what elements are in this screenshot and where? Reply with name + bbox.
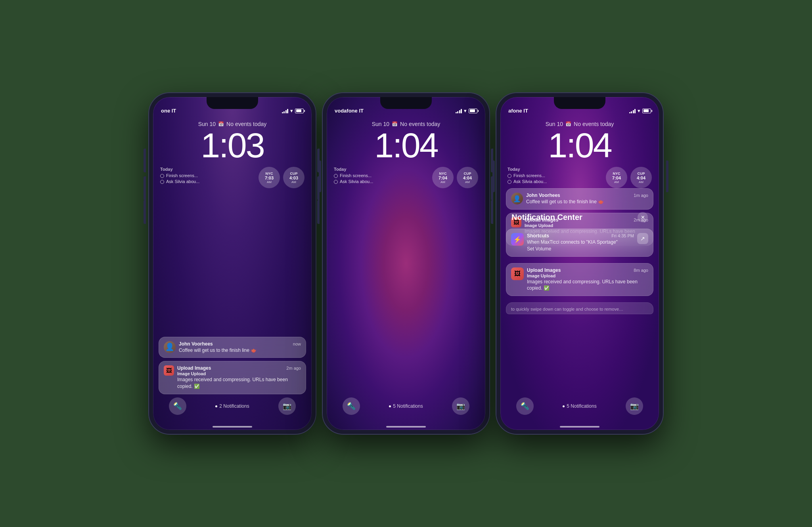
notification-center-close-3[interactable]: ✕ (638, 212, 648, 222)
carrier-1: one IT (161, 108, 176, 114)
today-label-3: Today (508, 167, 603, 172)
notif-upload-center-3[interactable]: 🖼 Upload Images 8m ago Image Upload Imag… (506, 263, 653, 296)
notif-john-sender-1: John Voorhees (179, 341, 213, 347)
upload-icon-center-3: 🖼 (511, 267, 524, 280)
time-3: 1:04 (548, 128, 611, 163)
nyc-city-label-3: NYC (613, 172, 620, 176)
notifications-count-3: 5 Notifications (563, 403, 596, 409)
notif-upload-app-1: Upload Images (177, 365, 211, 371)
status-icons-3: ▾ (629, 108, 651, 114)
notif-upload-subtitle-1: Image Upload (177, 371, 301, 376)
notif-upload-center-app-3: Upload Images (527, 267, 561, 273)
cup-city-label-1: CUP (290, 172, 297, 176)
reminder-circle-2-2 (334, 180, 338, 184)
reminder-circle-1 (160, 174, 164, 178)
flashlight-button-2[interactable]: 🔦 (343, 397, 360, 415)
notification-center-title-3: Notification Center (511, 213, 582, 222)
notif-john-time-1: now (293, 342, 301, 346)
home-indicator-1 (213, 426, 252, 428)
signal-icon-1 (282, 109, 289, 113)
nyc-time-3: 7:04 (612, 176, 621, 180)
notif-john-3[interactable]: 👤 John Voorhees 1m ago Coffee will get u… (506, 188, 653, 210)
notch-3 (554, 97, 605, 109)
nyc-clock-2: NYC 7:04 AM (432, 167, 454, 188)
notif-upload-content-1: Upload Images 2m ago Image Upload Images… (177, 365, 301, 390)
notification-center-3: Notification Center ✕ ⚡ Shortcuts Fri 4:… (500, 212, 659, 394)
dot-indicator-2 (389, 405, 391, 407)
upload-img-glyph-1: 🖼 (166, 367, 172, 374)
today-label-1: Today (160, 167, 255, 172)
lock-content-2: Sun 10 📅 No events today 1:04 Today Fini… (327, 116, 485, 430)
nyc-ampm-1: AM (267, 180, 272, 184)
cup-time-3: 4:04 (637, 176, 645, 180)
wifi-icon-1: ▾ (290, 108, 293, 114)
status-icons-2: ▾ (456, 108, 478, 114)
notif-shortcuts-time-3: Fri 4:35 PM (611, 233, 634, 238)
phone-2: vodafone IT ▾ Sun 10 (323, 93, 489, 434)
notif-john-1[interactable]: 👤 John Voorhees now Coffee will get us t… (159, 337, 306, 358)
notif-john-content-1: John Voorhees now Coffee will get us to … (179, 341, 301, 354)
battery-icon-2 (469, 109, 477, 113)
phone-1: one IT ▾ Sun 10 (149, 93, 316, 434)
reminder-circle-2-1 (334, 174, 338, 178)
cup-ampm-1: AM (291, 180, 296, 184)
bottom-bar-3: 🔦 5 Notifications 📷 (500, 394, 659, 430)
cup-time-2: 4:04 (463, 176, 472, 180)
notif-shortcuts-content-3: Shortcuts Fri 4:35 PM When MaxTicci conn… (527, 233, 634, 252)
notif-upload-body-1: Images received and compressing. URLs ha… (177, 376, 301, 390)
nyc-clock-1: NYC 7:03 AM (259, 167, 280, 188)
nyc-clock-3: NYC 7:04 AM (606, 167, 627, 188)
flashlight-button-1[interactable]: 🔦 (169, 397, 186, 415)
notif-upload-center-body-3: Images received and compressing. URLs ha… (527, 279, 648, 292)
camera-button-1[interactable]: 📷 (278, 397, 296, 415)
widgets-row-1: Today Finish screens... Ask Silvia abou.… (153, 167, 312, 188)
widgets-row-2: Today Finish screens... Ask Silvia abou.… (327, 167, 485, 188)
notif-john-body-1: Coffee will get us to the finish line 🫖 (179, 347, 301, 354)
notif-shortcuts-body-3: When MaxTicci connects to "KIA Sportage"… (527, 239, 634, 252)
phone-3: afone IT ▾ Sun 10 � (496, 93, 663, 434)
reminder-1-1: Finish screens... (160, 173, 255, 179)
camera-button-2[interactable]: 📷 (452, 397, 469, 415)
reminders-widget-3: Today Finish screens... Ask Silvia abou.… (508, 167, 603, 185)
battery-icon-1 (295, 109, 304, 113)
reminder-3-2: Ask Silvia abou... (508, 179, 603, 185)
time-1: 1:03 (201, 128, 264, 163)
signal-icon-2 (456, 109, 462, 113)
notif-upload-1[interactable]: 🖼 Upload Images 2m ago Image Upload Imag… (159, 361, 306, 394)
notif-john-body-3: Coffee will get us to the finish line 🫖 (526, 199, 648, 205)
time-2: 1:04 (374, 128, 437, 163)
upload-icon-1: 🖼 (164, 365, 174, 376)
nyc-city-label-1: NYC (265, 172, 273, 176)
notification-center-header-3: Notification Center ✕ (506, 212, 653, 222)
carrier-3: afone IT (508, 108, 528, 114)
reminder-3-1: Finish screens... (508, 173, 603, 179)
nyc-time-2: 7:04 (439, 176, 447, 180)
wifi-icon-3: ▾ (638, 108, 640, 114)
notch-1 (207, 97, 258, 109)
notif-john-content-3: John Voorhees 1m ago Coffee will get us … (526, 193, 648, 205)
notif-shortcuts-app-3: Shortcuts (527, 233, 549, 239)
widgets-row-3: Today Finish screens... Ask Silvia abou.… (500, 167, 659, 188)
shortcuts-action-arrow-3[interactable]: ↗ (637, 233, 648, 244)
notif-upload-center-content-3: Upload Images 8m ago Image Upload Images… (527, 267, 648, 292)
reminder-circle-2 (160, 180, 164, 184)
notif-john-sender-3: John Voorhees (526, 193, 560, 198)
cup-city-label-2: CUP (463, 172, 471, 176)
notif-upload-time-1: 2m ago (286, 366, 301, 370)
carrier-2: vodafone IT (335, 108, 364, 114)
today-label-2: Today (334, 167, 429, 172)
cup-ampm-2: AM (465, 180, 470, 184)
camera-button-3[interactable]: 📷 (626, 397, 643, 415)
notif-shortcuts-3[interactable]: ⚡ Shortcuts Fri 4:35 PM When MaxTicci co… (506, 229, 653, 257)
reminders-widget-1: Today Finish screens... Ask Silvia abou.… (160, 167, 255, 185)
dot-indicator-1 (215, 405, 217, 407)
wifi-icon-2: ▾ (464, 108, 467, 114)
notif-upload-center-subtitle-3: Image Upload (527, 273, 648, 278)
cup-clock-2: CUP 4:04 AM (457, 167, 478, 188)
flashlight-button-3[interactable]: 🔦 (516, 397, 534, 415)
dot-indicator-3 (563, 405, 565, 407)
reminder-2-1: Finish screens... (334, 173, 429, 179)
battery-icon-3 (642, 109, 651, 113)
notifications-area-1: 👤 John Voorhees now Coffee will get us t… (153, 337, 312, 394)
notch-2 (380, 97, 432, 109)
